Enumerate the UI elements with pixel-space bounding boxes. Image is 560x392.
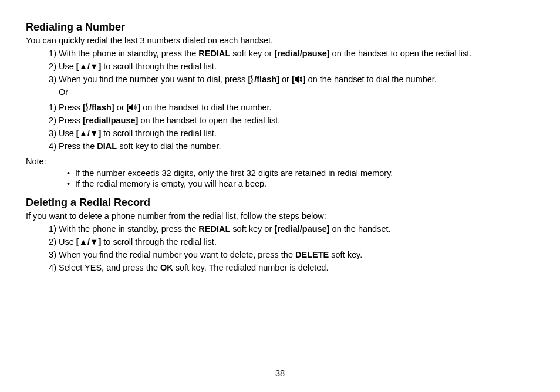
note-label: Note: (26, 157, 534, 166)
step-b2: 2) Press [redial/pause] on the handset t… (59, 116, 534, 129)
intro-redialing: You can quickly redial the last 3 number… (26, 36, 534, 45)
steps-b: 1) Press [/flash] or [] on the handset t… (26, 103, 534, 154)
step-d2: 2) Use [▲/▼] to scroll through the redia… (59, 237, 534, 250)
note-1: •If the number exceeds 32 digits, only t… (75, 168, 534, 179)
up-down-icon: ▲/▼ (79, 129, 99, 138)
heading-redialing: Redialing a Number (26, 21, 534, 33)
up-down-icon: ▲/▼ (79, 237, 99, 246)
page-content: Redialing a Number You can quickly redia… (0, 0, 560, 276)
step-a3: 3) When you find the number you want to … (59, 75, 534, 87)
speaker-icon (295, 75, 303, 83)
up-down-icon: ▲/▼ (79, 62, 99, 71)
heading-deleting: Deleting a Redial Record (26, 197, 534, 209)
page-number: 38 (0, 369, 560, 378)
notes-list: •If the number exceeds 32 digits, only t… (26, 168, 534, 190)
step-d3: 3) When you find the redial number you w… (59, 250, 534, 263)
step-d4: 4) Select YES, and press the OK soft key… (59, 263, 534, 276)
step-b1: 1) Press [/flash] or [] on the handset t… (59, 103, 534, 116)
steps-delete: 1) With the phone in standby, press the … (26, 224, 534, 276)
steps-a: 1) With the phone in standby, press the … (26, 49, 534, 100)
or-line: Or (59, 87, 534, 100)
speaker-icon (129, 103, 137, 111)
step-a2: 2) Use [▲/▼] to scroll through the redia… (59, 62, 534, 75)
step-b3: 3) Use [▲/▼] to scroll through the redia… (59, 129, 534, 141)
note-2: •If the redial memory is empty, you will… (75, 179, 534, 190)
step-b4: 4) Press the DIAL soft key to dial the n… (59, 141, 534, 154)
intro-deleting: If you want to delete a phone number fro… (26, 211, 534, 221)
step-a1: 1) With the phone in standby, press the … (59, 49, 534, 62)
step-d1: 1) With the phone in standby, press the … (59, 224, 534, 237)
